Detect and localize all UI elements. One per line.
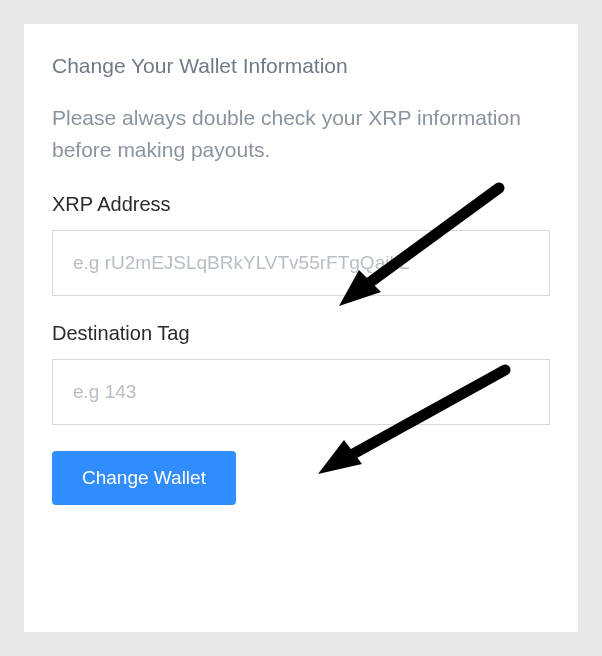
destination-tag-label: Destination Tag xyxy=(52,322,550,345)
change-wallet-button[interactable]: Change Wallet xyxy=(52,451,236,505)
xrp-address-group: XRP Address xyxy=(52,193,550,296)
destination-tag-group: Destination Tag xyxy=(52,322,550,425)
xrp-address-label: XRP Address xyxy=(52,193,550,216)
card-description: Please always double check your XRP info… xyxy=(52,102,550,165)
xrp-address-input[interactable] xyxy=(52,230,550,296)
destination-tag-input[interactable] xyxy=(52,359,550,425)
svg-marker-3 xyxy=(318,440,362,474)
wallet-settings-card: Change Your Wallet Information Please al… xyxy=(24,24,578,632)
card-title: Change Your Wallet Information xyxy=(52,54,550,78)
